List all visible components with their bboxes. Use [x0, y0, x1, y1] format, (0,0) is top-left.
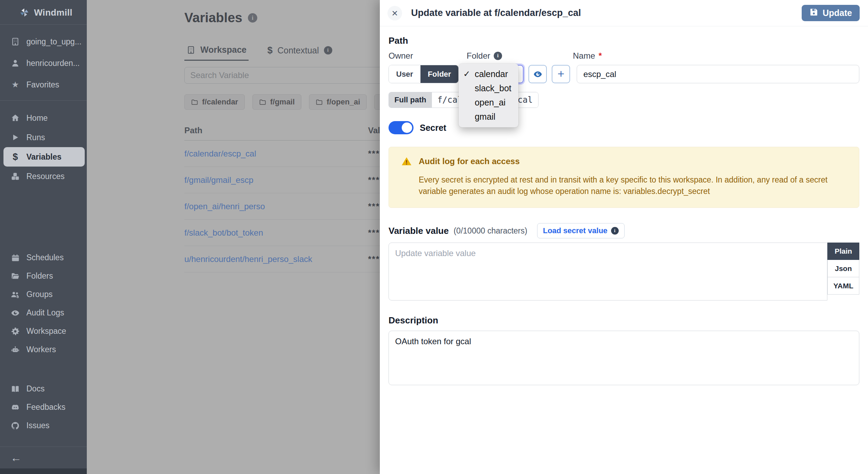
toggle-knob	[402, 122, 412, 133]
variable-name-input[interactable]	[577, 65, 859, 83]
close-icon: ×	[392, 8, 398, 18]
sidebar-context-group: going_to_upg... henricourden... ★ Favori…	[0, 25, 87, 95]
sidebar-item-variables[interactable]: $ Variables	[3, 147, 85, 167]
folder-open-icon	[10, 271, 20, 281]
full-path-label: Full path	[389, 92, 432, 108]
home-icon	[10, 113, 20, 123]
sidebar-item-resources[interactable]: Resources	[0, 167, 87, 186]
check-icon: ✓	[463, 69, 470, 79]
warning-icon	[401, 156, 412, 167]
sidebar-item-workers[interactable]: Workers	[0, 340, 87, 359]
variable-value-heading: Variable value	[389, 226, 449, 236]
dropdown-option-slack-bot[interactable]: slack_bot	[459, 81, 518, 95]
format-tab-yaml[interactable]: YAML	[827, 277, 859, 295]
name-label: Name *	[573, 51, 602, 61]
groups-icon	[10, 290, 20, 299]
owner-folder-button[interactable]: Folder	[420, 65, 458, 83]
github-icon	[10, 421, 20, 431]
update-button[interactable]: Update	[802, 5, 860, 21]
folder-label: Folder i	[467, 51, 573, 61]
owner-kind-toggle: User Folder	[389, 65, 459, 83]
sidebar-item-workspace-switcher[interactable]: going_to_upg...	[0, 31, 87, 52]
sidebar: Windmill going_to_upg...	[0, 0, 87, 474]
folder-info-icon[interactable]: i	[494, 52, 502, 60]
play-icon	[10, 133, 20, 142]
app-window: Windmill going_to_upg...	[0, 0, 868, 474]
owner-user-button[interactable]: User	[389, 65, 420, 83]
sidebar-item-issues[interactable]: Issues	[0, 416, 87, 435]
description-textarea[interactable]: OAuth token for gcal	[389, 331, 859, 385]
new-folder-button[interactable]: +	[552, 65, 570, 83]
sidebar-item-feedbacks[interactable]: Feedbacks	[0, 398, 87, 416]
folder-dropdown-menu: ✓ calendar slack_bot open_ai gmail	[459, 64, 518, 127]
sidebar-bottom-strip	[0, 468, 87, 474]
user-name: henricourden...	[26, 59, 80, 68]
path-section-heading: Path	[389, 35, 859, 46]
character-counter: (0/10000 characters)	[453, 226, 527, 236]
cubes-icon	[10, 171, 20, 181]
save-icon	[809, 8, 818, 19]
format-tabs: Plain Json YAML	[827, 243, 859, 295]
sidebar-footer: ←	[0, 447, 87, 474]
sidebar-item-audit-logs[interactable]: Audit Logs	[0, 304, 87, 322]
robot-icon	[10, 345, 20, 355]
sidebar-item-docs[interactable]: Docs	[0, 380, 87, 398]
discord-icon	[10, 403, 20, 412]
variable-value-editor: Plain Json YAML	[389, 243, 859, 301]
variable-value-textarea[interactable]	[389, 243, 827, 301]
sidebar-links-group: Docs Feedbacks Issues	[0, 380, 87, 435]
sidebar-item-workspace-settings[interactable]: Workspace	[0, 322, 87, 340]
building-icon	[10, 37, 20, 46]
arrow-left-icon: ←	[10, 451, 22, 464]
owner-label: Owner	[389, 51, 467, 61]
audit-notice-title: Audit log for each access	[419, 156, 520, 166]
format-tab-json[interactable]: Json	[827, 260, 859, 277]
audit-notice-body: Every secret is encrypted at rest and in…	[419, 174, 847, 197]
user-icon	[10, 58, 20, 68]
dollar-icon: $	[10, 152, 20, 162]
app-name: Windmill	[34, 7, 73, 18]
format-tab-plain[interactable]: Plain	[827, 243, 859, 260]
secret-toggle[interactable]	[389, 121, 414, 134]
dropdown-option-gmail[interactable]: gmail	[459, 110, 518, 124]
gear-icon	[10, 327, 20, 336]
sidebar-item-groups[interactable]: Groups	[0, 285, 87, 304]
variable-value-header: Variable value (0/10000 characters) Load…	[389, 223, 859, 238]
sidebar-admin-group: Schedules Folders Groups	[0, 248, 87, 359]
description-heading: Description	[389, 315, 859, 326]
windmill-logo[interactable]: Windmill	[0, 0, 87, 24]
workspace-name: going_to_upg...	[26, 37, 82, 46]
plus-icon: +	[558, 68, 565, 79]
sidebar-nav-group: Home Runs $ Variables Resources	[0, 101, 87, 186]
book-icon	[10, 384, 20, 394]
audit-log-notice: Audit log for each access Every secret i…	[389, 147, 859, 208]
sidebar-item-runs[interactable]: Runs	[0, 128, 87, 147]
drawer-header: × Update variable at f/calendar/escp_cal…	[380, 0, 868, 26]
close-drawer-button[interactable]: ×	[387, 6, 402, 20]
folder-select-wrap: ✓ calendar slack_bot open_ai gmail	[463, 65, 524, 83]
star-icon: ★	[10, 80, 20, 90]
collapse-sidebar-button[interactable]: ←	[0, 447, 87, 468]
eye-icon	[533, 69, 543, 79]
update-variable-drawer: × Update variable at f/calendar/escp_cal…	[380, 0, 868, 474]
sidebar-item-home[interactable]: Home	[0, 108, 87, 128]
sidebar-item-user[interactable]: henricourden...	[0, 52, 87, 74]
secret-label: Secret	[420, 123, 446, 133]
windmill-pinwheel-icon	[19, 8, 29, 17]
path-labels-row: Owner Folder i Name *	[389, 51, 859, 61]
dropdown-option-calendar[interactable]: ✓ calendar	[459, 67, 518, 81]
drawer-title: Update variable at f/calendar/escp_cal	[411, 8, 581, 18]
sidebar-item-schedules[interactable]: Schedules	[0, 248, 87, 267]
sidebar-item-favorites[interactable]: ★ Favorites	[0, 74, 87, 95]
dropdown-option-open-ai[interactable]: open_ai	[459, 95, 518, 110]
calendar-icon	[10, 253, 20, 263]
sidebar-item-folders[interactable]: Folders	[0, 267, 87, 285]
load-secret-info-icon: i	[611, 227, 619, 235]
eye-icon	[10, 308, 20, 318]
required-asterisk: *	[599, 51, 602, 61]
load-secret-value-button[interactable]: Load secret value i	[537, 223, 625, 238]
view-folder-button[interactable]	[528, 65, 547, 83]
path-controls-row: User Folder ✓ calendar slack_bot	[389, 65, 859, 83]
